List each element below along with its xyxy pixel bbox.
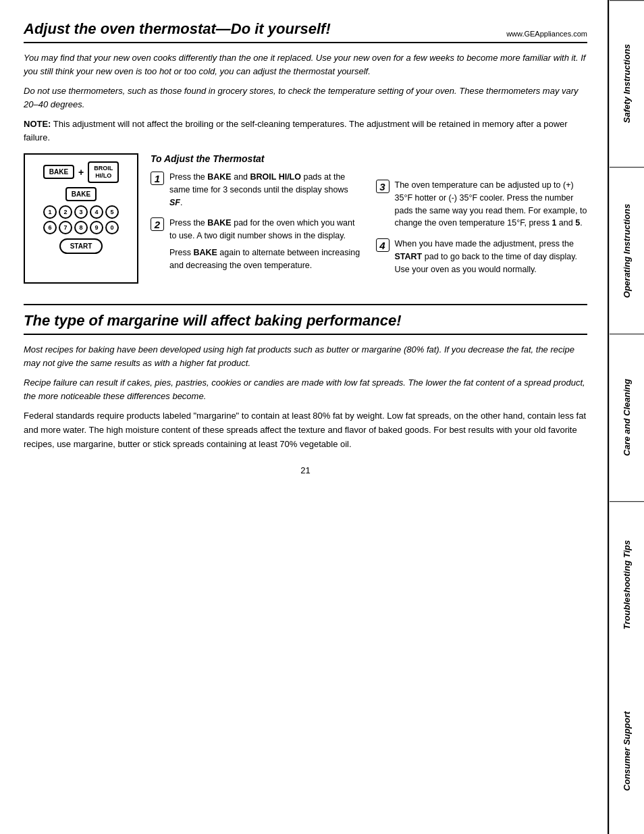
sidebar: Safety Instructions Operating Instructio… — [609, 0, 644, 834]
page-container: Adjust the oven thermostat—Do it yoursel… — [0, 0, 644, 834]
instructions-col-left: To Adjust the Thermostat 1 Press the BAK… — [151, 153, 363, 284]
intro-paragraph1: You may find that your new oven cooks di… — [24, 51, 587, 78]
section2: The type of margarine will affect baking… — [24, 304, 587, 451]
sidebar-item-troubleshooting: Troubleshooting Tips — [610, 501, 644, 668]
num-row-2: 6 7 8 9 0 — [43, 221, 119, 234]
step-1: 1 Press the BAKE and BROIL HI/LO pads at… — [151, 171, 363, 209]
num-2: 2 — [59, 205, 72, 219]
num-5: 5 — [105, 205, 119, 219]
step-1-text: Press the BAKE and BROIL HI/LO pads at t… — [169, 171, 363, 209]
step-2: 2 Press the BAKE pad for the oven which … — [151, 217, 363, 242]
bake-single-button: BAKE — [65, 187, 97, 201]
main-content: Adjust the oven thermostat—Do it yoursel… — [0, 0, 609, 834]
note-paragraph: NOTE: This adjustment will not affect th… — [24, 118, 587, 144]
website-url: www.GEAppliances.com — [506, 30, 587, 38]
step-num-1: 1 — [151, 172, 164, 185]
number-rows: 1 2 3 4 5 6 7 8 9 0 — [43, 205, 119, 234]
start-row: START — [59, 238, 103, 254]
num-9: 9 — [90, 221, 103, 234]
keypad-top-row: BAKE + BROIL HI/LO — [43, 161, 119, 183]
step-3: 3 The oven temperature can be adjusted u… — [376, 179, 588, 230]
page-number-area: 21 — [24, 465, 587, 475]
broil-button: BROIL HI/LO — [88, 161, 119, 183]
step-2-extra: Press BAKE again to alternate between in… — [169, 246, 363, 272]
num-1: 1 — [43, 205, 57, 219]
instructions-heading: To Adjust the Thermostat — [151, 153, 363, 164]
intro-paragraph2: Do not use thermometers, such as those f… — [24, 84, 587, 111]
step-num-3: 3 — [376, 180, 390, 193]
keypad-diagram: BAKE + BROIL HI/LO BAKE 1 2 3 4 5 — [24, 153, 138, 284]
margarine-para2: Recipe failure can result if cakes, pies… — [24, 376, 587, 402]
step-3-text: The oven temperature can be adjusted up … — [395, 179, 588, 230]
keypad-bake-single-row: BAKE — [65, 187, 97, 201]
step-4-text: When you have made the adjustment, press… — [395, 238, 588, 276]
section1-title: Adjust the oven thermostat—Do it yoursel… — [24, 20, 331, 38]
num-4: 4 — [90, 205, 103, 219]
sidebar-item-operating: Operating Instructions — [610, 167, 644, 334]
start-button: START — [59, 238, 103, 254]
sidebar-item-care: Care and Cleaning — [610, 334, 644, 500]
thermostat-area: BAKE + BROIL HI/LO BAKE 1 2 3 4 5 — [24, 153, 587, 284]
sidebar-item-safety: Safety Instructions — [610, 0, 644, 167]
sidebar-item-consumer: Consumer Support — [610, 668, 644, 834]
num-8: 8 — [74, 221, 88, 234]
step-4: 4 When you have made the adjustment, pre… — [376, 238, 588, 276]
step-num-4: 4 — [376, 238, 390, 252]
bake-button: BAKE — [43, 165, 74, 179]
instructions-columns: To Adjust the Thermostat 1 Press the BAK… — [151, 153, 587, 284]
step-num-2: 2 — [151, 217, 164, 231]
instructions-col-right: 3 The oven temperature can be adjusted u… — [376, 179, 588, 284]
margarine-para3: Federal standards require products label… — [24, 409, 587, 451]
plus-sign: + — [78, 167, 84, 178]
num-3: 3 — [74, 205, 88, 219]
num-7: 7 — [59, 221, 72, 234]
margarine-para1: Most recipes for baking have been develo… — [24, 343, 587, 369]
step-2-text: Press the BAKE pad for the oven which yo… — [169, 217, 363, 242]
num-0: 0 — [105, 221, 119, 234]
page-number: 21 — [300, 465, 310, 475]
num-row-1: 1 2 3 4 5 — [43, 205, 119, 219]
note-body: This adjustment will not affect the broi… — [24, 119, 568, 142]
section2-title: The type of margarine will affect baking… — [24, 312, 587, 335]
section1-title-bar: Adjust the oven thermostat—Do it yoursel… — [24, 20, 587, 43]
note-label: NOTE: — [24, 119, 51, 129]
num-6: 6 — [43, 221, 57, 234]
